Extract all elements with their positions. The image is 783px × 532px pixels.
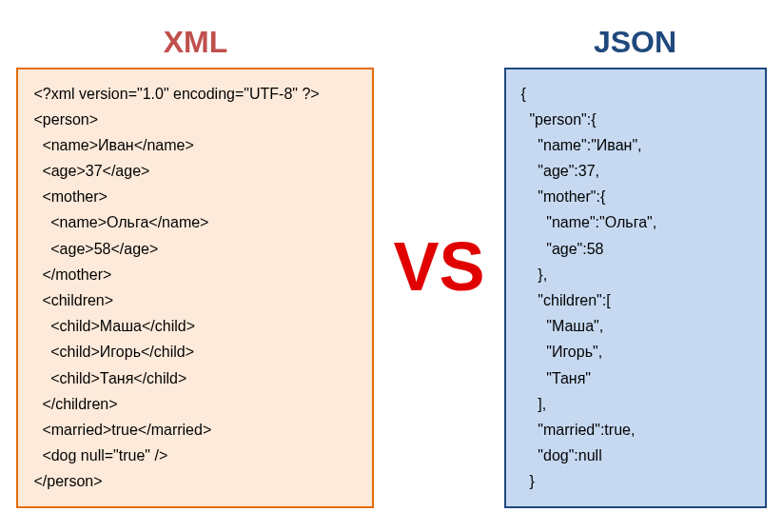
xml-code-panel: <?xml version="1.0" encoding="UTF-8" ?> … bbox=[16, 68, 374, 508]
code-line: <age>58</age> bbox=[33, 236, 357, 262]
code-line: "age":37, bbox=[521, 158, 750, 184]
code-line: "Игорь", bbox=[521, 339, 750, 365]
code-line: "Маша", bbox=[521, 313, 750, 339]
json-code-panel: { "person":{ "name":"Иван", "age":37, "m… bbox=[504, 68, 767, 508]
code-line: <name>Ольга</name> bbox=[33, 209, 357, 235]
code-line: <dog null="true" /> bbox=[33, 443, 357, 468]
code-line: <name>Иван</name> bbox=[33, 132, 357, 158]
code-line: <?xml version="1.0" encoding="UTF-8" ?> bbox=[33, 81, 357, 107]
code-line: "children":[ bbox=[521, 287, 750, 313]
comparison-diagram: XML <?xml version="1.0" encoding="UTF-8"… bbox=[16, 25, 766, 508]
code-line: "mother":{ bbox=[521, 184, 750, 209]
code-line: <child>Таня</child> bbox=[33, 365, 357, 391]
json-title: JSON bbox=[594, 25, 676, 60]
code-line: "dog":null bbox=[521, 443, 750, 468]
vs-label: VS bbox=[383, 227, 494, 305]
code-line: <child>Игорь</child> bbox=[33, 339, 357, 365]
code-line: "name":"Иван", bbox=[521, 132, 750, 158]
json-column: JSON { "person":{ "name":"Иван", "age":3… bbox=[504, 25, 767, 508]
code-line: "married":true, bbox=[521, 417, 750, 443]
code-line: "person":{ bbox=[521, 107, 750, 132]
code-line: <child>Маша</child> bbox=[33, 313, 357, 339]
code-line: </person> bbox=[33, 468, 357, 494]
code-line: <married>true</married> bbox=[33, 417, 357, 443]
code-line: <mother> bbox=[33, 184, 357, 209]
code-line: "Таня" bbox=[521, 365, 750, 391]
code-line: { bbox=[521, 81, 750, 107]
code-line: <children> bbox=[33, 287, 357, 313]
code-line: ], bbox=[521, 391, 750, 417]
xml-column: XML <?xml version="1.0" encoding="UTF-8"… bbox=[16, 25, 374, 508]
code-line: </children> bbox=[33, 391, 357, 417]
code-line: <person> bbox=[33, 107, 357, 132]
code-line: "age":58 bbox=[521, 236, 750, 262]
code-line: <age>37</age> bbox=[33, 158, 357, 184]
code-line: }, bbox=[521, 262, 750, 287]
xml-title: XML bbox=[164, 25, 228, 60]
code-line: "name":"Ольга", bbox=[521, 209, 750, 235]
code-line: </mother> bbox=[33, 262, 357, 287]
code-line: } bbox=[521, 468, 750, 494]
